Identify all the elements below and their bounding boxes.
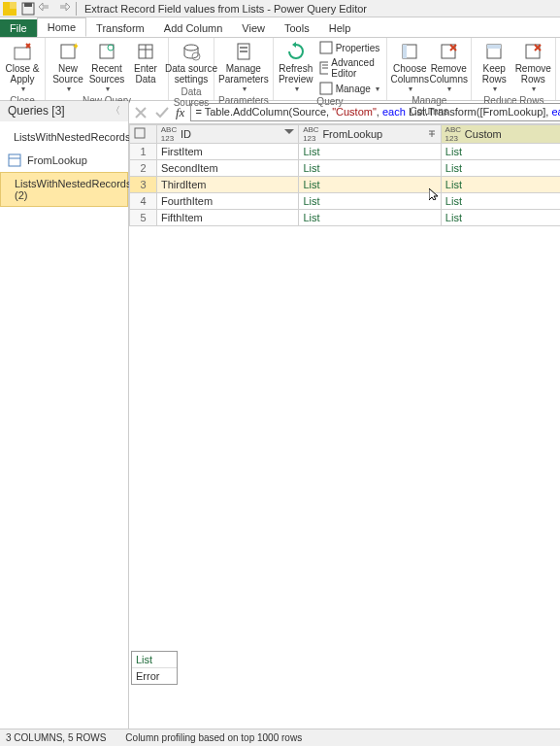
table-row[interactable]: 1FirstItemListList <box>130 144 561 160</box>
keep-rows-button[interactable]: Keep Rows <box>476 40 512 95</box>
table-row[interactable]: 2SecondItemListList <box>130 160 561 177</box>
tab-tools[interactable]: Tools <box>275 19 319 37</box>
table-icon <box>8 153 21 167</box>
group-close: Close & Apply Close <box>0 38 46 100</box>
main: fx = Table.AddColumn(Source, "Custom", e… <box>129 101 560 729</box>
ribbon-tabs: File Home Transform Add Column View Tool… <box>0 17 560 37</box>
cell-fromlookup[interactable]: List <box>299 210 441 226</box>
fx-label[interactable]: fx <box>176 105 184 120</box>
manage-button[interactable]: Manage <box>316 81 383 96</box>
cell-id[interactable]: ThirdItem <box>156 177 298 193</box>
filter-icon[interactable] <box>284 129 294 139</box>
svg-point-13 <box>192 52 200 60</box>
tab-transform[interactable]: Transform <box>86 19 154 37</box>
row-number[interactable]: 4 <box>130 193 157 210</box>
svg-rect-15 <box>240 47 247 49</box>
formula-input[interactable]: = Table.AddColumn(Source, "Custom", each… <box>190 103 560 121</box>
refresh-icon <box>286 42 306 61</box>
cell-custom[interactable]: List <box>441 144 560 160</box>
recent-sources-icon <box>97 42 116 61</box>
corner-cell[interactable] <box>130 125 157 144</box>
choose-columns-icon <box>400 42 419 61</box>
recent-sources-button[interactable]: Recent Sources <box>88 40 125 95</box>
preview-value[interactable]: List <box>132 652 177 668</box>
svg-rect-17 <box>320 42 332 53</box>
group-new-query: ✦New Source Recent Sources Enter Data Ne… <box>46 38 169 100</box>
group-manage-columns: Choose Columns Remove Columns Manage Col… <box>387 38 472 100</box>
queries-header: Queries [3] 〈 <box>0 101 128 121</box>
new-source-button[interactable]: ✦New Source <box>49 40 86 95</box>
tab-home[interactable]: Home <box>37 17 86 37</box>
table-menu-icon <box>134 127 146 139</box>
collapse-icon[interactable]: 〈 <box>111 104 120 118</box>
cell-fromlookup[interactable]: List <box>299 144 441 160</box>
column-header-id[interactable]: ABC123ID <box>156 125 298 144</box>
tab-help[interactable]: Help <box>319 19 361 37</box>
column-header-fromlookup[interactable]: ABC123FromLookup <box>299 125 441 144</box>
data-source-settings-button[interactable]: Data source settings <box>173 40 210 86</box>
statusbar: 3 COLUMNS, 5 ROWS Column profiling based… <box>0 729 560 746</box>
advanced-editor-button[interactable]: Advanced Editor <box>316 56 383 80</box>
svg-point-12 <box>184 45 198 51</box>
query-item[interactable]: FromLookup <box>0 149 128 172</box>
close-apply-icon <box>13 42 32 61</box>
redo-icon[interactable] <box>56 2 70 16</box>
query-item-selected[interactable]: ListsWithNestedRecords (2) <box>0 172 128 207</box>
cell-id[interactable]: FirstItem <box>156 144 298 160</box>
settings-icon <box>181 42 201 61</box>
column-header-custom[interactable]: ABC123Custom <box>441 125 560 144</box>
row-number[interactable]: 3 <box>130 177 157 193</box>
table-row[interactable]: 3ThirdItemListList <box>130 177 561 193</box>
row-number[interactable]: 1 <box>130 144 157 160</box>
group-reduce-rows: Keep Rows Remove Rows Reduce Rows <box>472 38 556 100</box>
cell-id[interactable]: FifthItem <box>156 210 298 226</box>
cell-fromlookup[interactable]: List <box>299 177 441 193</box>
query-item[interactable]: ListsWithNestedRecords <box>0 125 128 149</box>
preview-error[interactable]: Error <box>132 668 177 684</box>
cell-custom[interactable]: List <box>441 160 560 177</box>
svg-text:✦: ✦ <box>72 42 78 51</box>
refresh-preview-button[interactable]: Refresh Preview <box>278 40 314 95</box>
cancel-icon[interactable] <box>133 105 148 120</box>
cell-fromlookup[interactable]: List <box>299 160 441 177</box>
choose-columns-button[interactable]: Choose Columns <box>391 40 428 95</box>
close-apply-button[interactable]: Close & Apply <box>4 40 41 95</box>
row-number[interactable]: 5 <box>130 210 157 226</box>
queries-list: ListsWithNestedRecords FromLookup ListsW… <box>0 121 128 211</box>
save-icon[interactable] <box>21 2 35 16</box>
remove-columns-icon <box>439 42 458 61</box>
tab-view[interactable]: View <box>232 19 275 37</box>
expand-icon[interactable] <box>427 129 437 139</box>
row-number[interactable]: 2 <box>130 160 157 177</box>
remove-rows-button[interactable]: Remove Rows <box>514 40 551 95</box>
qat-divider <box>76 2 77 16</box>
tab-add-column[interactable]: Add Column <box>154 19 233 37</box>
table-row[interactable]: 5FifthItemListList <box>130 210 561 226</box>
manage-parameters-button[interactable]: Manage Parameters <box>225 40 262 95</box>
remove-columns-button[interactable]: Remove Columns <box>430 40 467 95</box>
cell-custom[interactable]: List <box>441 210 560 226</box>
svg-rect-3 <box>24 3 32 7</box>
svg-rect-34 <box>9 154 20 166</box>
group-data-sources: Data source settings Data Sources <box>169 38 214 100</box>
cell-custom[interactable]: List <box>441 193 560 210</box>
data-grid: ABC123ID ABC123FromLookup ABC123Custom 1… <box>129 124 560 729</box>
cell-id[interactable]: SecondItem <box>156 160 298 177</box>
svg-rect-23 <box>403 45 407 58</box>
confirm-icon[interactable] <box>154 105 170 120</box>
enter-data-button[interactable]: Enter Data <box>127 40 164 86</box>
svg-rect-7 <box>100 45 114 58</box>
svg-rect-21 <box>320 83 332 94</box>
properties-button[interactable]: Properties <box>316 40 383 55</box>
cell-id[interactable]: FourthItem <box>156 193 298 210</box>
type-icon: ABC123 <box>161 128 177 140</box>
tab-file[interactable]: File <box>0 19 37 37</box>
group-query: Refresh Preview Properties Advanced Edit… <box>274 38 388 100</box>
app-icon <box>3 2 16 16</box>
type-icon: ABC123 <box>303 128 318 140</box>
cell-fromlookup[interactable]: List <box>299 193 441 210</box>
undo-icon[interactable] <box>39 2 52 16</box>
table-row[interactable]: 4FourthItemListList <box>130 193 561 210</box>
status-profiling: Column profiling based on top 1000 rows <box>125 732 302 743</box>
cell-custom[interactable]: List <box>441 177 560 193</box>
